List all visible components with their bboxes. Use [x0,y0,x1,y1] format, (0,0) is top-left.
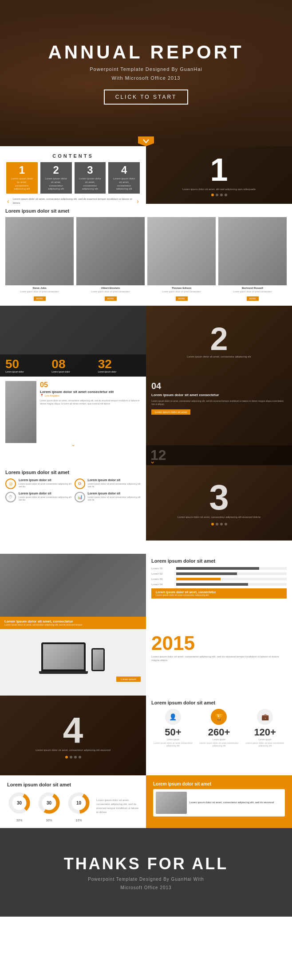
slide-3-dots [211,523,227,525]
slide-05-photo [5,381,36,443]
team-desc-1: Lorem ipsum dolor sit amet consectetur [76,290,145,293]
progress-fill-0 [176,567,259,570]
stat-num-2: 32 [98,358,141,370]
dot-s4-4[interactable] [79,756,81,758]
cta-button[interactable]: cLICK TO START [104,89,188,105]
nav-next-arrow[interactable]: › [137,198,139,204]
slide-04-dark: 04 Lorem ipsum dolor sit amet consectetu… [146,377,292,465]
dot-s4-2[interactable] [70,756,72,758]
contents-nav: ‹ Lorem ipsum dolor sit amet, consectetu… [6,197,140,204]
slide-3-text: Lorem ipsum dolor sit amet, consectetur … [169,515,269,519]
progress-row-1: Lorem 02 [151,572,287,575]
contents-text-1: Lorem ipsum dolor sit amet, consectetur … [10,177,34,191]
progress-label-0: Lorem 01 [151,567,174,570]
icon-desc-2: Lorem ipsum dolor sit amet consectetur a… [19,496,72,502]
slide-04-btn[interactable]: Lorem ipsum dolor sit amet [151,409,190,415]
nav-prev-arrow[interactable]: ‹ [7,198,9,204]
icon-item-1: ⚙ Lorem ipsum dolor sit Lorem ipsum dolo… [75,478,141,489]
hero-slide: ANNUAL REPORT Powerpoint Template Design… [0,0,292,146]
dot-navigation [211,194,227,196]
donut-label-0: 30% [7,819,32,822]
donut-svg-1: 30 [37,791,61,815]
thanks-subtitle-1: Powerpoint Template Designed By GuanHai … [88,877,204,882]
contents-text-2: Lorem ipsum dolor sit amet, consectetur … [44,177,68,191]
stat-item-0: 50 Lorem ipsum dolor [5,358,48,373]
progress-slide: Lorem ipsum dolor sit amet Lorem 01 Lore… [146,554,292,629]
icon-item-3: 📊 Lorem ipsum dolor sit Lorem ipsum dolo… [75,492,141,502]
contents-num-2: 2 [44,165,68,175]
counter-icon-2: 💼 [257,709,273,725]
dot-1[interactable] [211,194,214,196]
team-photo-2 [147,217,216,285]
year-2015-text: Lorem ipsum dolor sit amet, consectetur … [151,655,287,662]
team-desc-0: Lorem ipsum dolor sit amet consectetur [5,290,74,293]
contents-item-3[interactable]: 3 Lorem ipsum dolor sit amet, consectetu… [75,162,106,194]
thanks-title: THANKS FOR ALL [64,855,229,873]
team-btn-3[interactable]: MORE [247,296,259,301]
contents-item-2[interactable]: 2 Lorem ipsum dolor sit amet, consectetu… [40,162,72,194]
dot-3[interactable] [220,194,223,196]
stat-item-2: 32 Lorem ipsum dolor [98,358,141,373]
slide-04-title: Lorem ipsum dolor sit amet consectetur [151,393,287,397]
donut-svg-2: 10 [67,791,91,815]
dot-s4-1[interactable] [65,756,68,758]
dot-2[interactable] [216,194,218,196]
icon-text-3: Lorem ipsum dolor sit Lorem ipsum dolor … [88,492,141,502]
dot-s4-3[interactable] [74,756,77,758]
donut-0: 30 30% [7,791,32,822]
slide-05-badge: 05 [40,381,141,389]
slide-4-photo: 4 Lorem ipsum dolor sit amet, consectetu… [0,696,146,775]
counter-label-2: Lorem ipsum [243,738,287,741]
team-btn-0[interactable]: MORE [34,296,46,301]
phone-screen [93,649,103,670]
dot-s3-1[interactable] [211,523,214,525]
contents-item-1[interactable]: 1 Lorem ipsum dolor sit amet, consectetu… [6,162,38,194]
icon-desc-1: Lorem ipsum dolor sit amet consectetur a… [88,482,141,488]
city-slide: Lorem ipsum dolor sit amet, consectetur … [0,554,146,629]
slide-3-photo: 3 Lorem ipsum dolor sit amet, consectetu… [146,465,292,541]
slide-number-1: 1 Lorem ipsum dolor sit amet, elit sed a… [146,146,292,204]
city-orange-bar: Lorem ipsum dolor sit amet, consectetur … [0,617,146,629]
pie-charts-row: 30 30% 30 30% 10 10% [7,791,139,822]
app-slide-title: Lorem ipsum dolor sit amet [153,782,285,786]
counter-icon-1: 🏆 [211,709,227,725]
counter-num-0: 50+ [151,727,195,738]
slide-1-text: Lorem ipsum dolor sit amet, elit sed adi… [175,187,263,191]
slide-2-text: Lorem ipsum dolor sit amet, consectetur … [180,355,258,358]
counter-item-0: 👤 50+ Lorem ipsum Lorem ipsum dolor sit … [151,709,195,747]
laptop-screen [43,644,84,669]
chevron-down-icon-2: ⌄ [0,441,146,447]
donut-label-2: 10% [67,819,91,822]
dot-s3-4[interactable] [225,523,227,525]
year-2015-slide: 2015 Lorem ipsum dolor sit amet, consect… [146,629,292,696]
icon-title-0: Lorem ipsum dolor sit [19,478,72,482]
team-member-1: Albert Einstein Lorem ipsum dolor sit am… [76,217,145,301]
icon-title-3: Lorem ipsum dolor sit [88,492,141,495]
icon-desc-3: Lorem ipsum dolor sit amet consectetur a… [88,496,141,502]
app-device-slide: Lorem ipsum dolor sit amet Lorem ipsum d… [146,775,292,828]
contents-item-4[interactable]: 4 Lorem ipsum dolor sit amet, consectetu… [108,162,140,194]
team-photo-3 [218,217,287,285]
dot-s3-3[interactable] [220,523,223,525]
location-tag: 📍 Los Angeles [40,394,141,397]
progress-bottom-bar: Lorem ipsum dolor sit amet, consectetur … [151,588,287,599]
slide-04-badge: 04 [151,381,287,391]
contents-numbers: 1 Lorem ipsum dolor sit amet, consectetu… [6,162,140,194]
counter-desc-0: Lorem ipsum dolor sit amet consectetur a… [151,742,195,747]
contents-num-3: 3 [78,165,103,175]
dot-4[interactable] [225,194,227,196]
device-label[interactable]: Lorem ipsum [116,677,141,682]
progress-row-3: Lorem 04 [151,583,287,586]
thanks-subtitle-2: Microsoft Office 2013 [120,885,171,890]
team-btn-2[interactable]: MORE [176,296,188,301]
icon-item-0: ◎ Lorem ipsum dolor sit Lorem ipsum dolo… [5,478,72,489]
team-btn-1[interactable]: MORE [105,296,117,301]
dot-s3-2[interactable] [216,523,218,525]
icon-text-1: Lorem ipsum dolor sit Lorem ipsum dolor … [88,478,141,488]
counter-num-1: 260+ [197,727,241,738]
progress-items: Lorem 01 Lorem 02 Lorem 03 Lorem 04 [151,567,287,586]
contents-desc: Lorem ipsum dolor sit amet, consectetur … [13,197,134,204]
chevron-down-icon-3: ⌄ [150,457,155,465]
laptop-wrap [41,642,88,674]
counter-label-1: Lorem ipsum [197,738,241,741]
